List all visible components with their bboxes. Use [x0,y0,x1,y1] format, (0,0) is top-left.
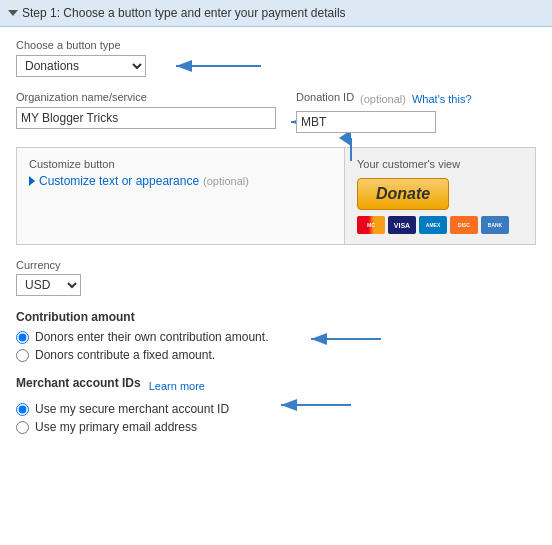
card-icons: MC VISA AMEX DISC BANK [357,216,509,234]
whats-this-link[interactable]: What's this? [412,93,472,105]
discover-icon: DISC [450,216,478,234]
visa-icon: VISA [388,216,416,234]
arrow-to-donation-id [326,133,376,163]
contribution-own-radio[interactable] [16,331,29,344]
merchant-email-radio[interactable] [16,421,29,434]
button-type-select[interactable]: Donations Buy Now Add to Cart Subscribe [16,55,146,77]
contribution-title: Contribution amount [16,310,536,324]
collapse-icon[interactable] [8,10,18,16]
contribution-own-label: Donors enter their own contribution amou… [35,330,268,344]
step-label: Step 1: Choose a button type and enter y… [22,6,346,20]
donate-button-preview: Donate [357,178,449,210]
merchant-secure-label: Use my secure merchant account ID [35,402,229,416]
donation-id-optional: (optional) [360,93,406,105]
button-type-label: Choose a button type [16,39,536,51]
currency-label: Currency [16,259,536,271]
mastercard-icon: MC [357,216,385,234]
customize-optional: (optional) [203,175,249,187]
contribution-fixed-label: Donors contribute a fixed amount. [35,348,215,362]
amex-icon: AMEX [419,216,447,234]
merchant-email-label: Use my primary email address [35,420,197,434]
customize-link[interactable]: Customize text or appearance [39,174,199,188]
step-header: Step 1: Choose a button type and enter y… [0,0,552,27]
learn-more-link[interactable]: Learn more [149,380,205,392]
donation-id-label: Donation ID [296,91,354,103]
merchant-title: Merchant account IDs [16,376,141,390]
contribution-fixed-radio[interactable] [16,349,29,362]
customize-box: Customize button Customize text or appea… [16,147,536,245]
donation-id-input[interactable]: MBT [296,111,436,133]
expand-icon[interactable] [29,176,35,186]
bank-icon: BANK [481,216,509,234]
arrow-to-dropdown [161,51,281,81]
merchant-secure-radio[interactable] [16,403,29,416]
arrow-to-merchant [276,393,356,418]
customize-title: Customize button [29,158,332,170]
currency-select[interactable]: USD EUR GBP [16,274,81,296]
arrow-to-contrib [306,327,386,352]
org-name-label: Organization name/service [16,91,276,103]
org-name-input[interactable]: MY Blogger Tricks [16,107,276,129]
